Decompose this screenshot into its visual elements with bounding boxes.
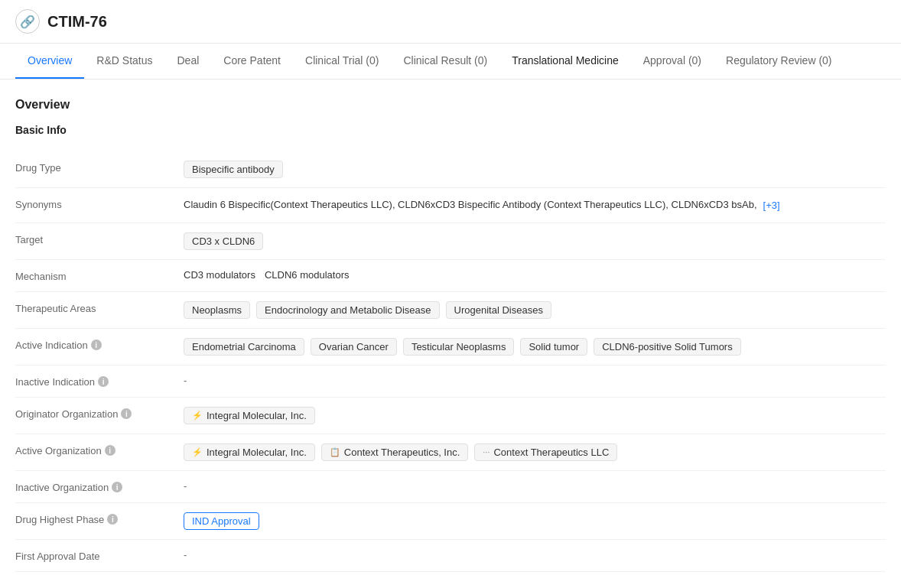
page-title: CTIM-76	[47, 13, 107, 31]
org-tag-context-llc: ··· Context Therapeutics LLC	[474, 443, 617, 461]
row-inactive-org: Inactive Organization i -	[15, 471, 886, 503]
value-mechanism: CD3 modulators CLDN6 modulators	[184, 269, 886, 281]
value-active-org: ⚡ Integral Molecular, Inc. 📋 Context The…	[184, 443, 886, 461]
tab-clinical-trial[interactable]: Clinical Trial (0)	[293, 44, 391, 79]
tab-approval[interactable]: Approval (0)	[631, 44, 714, 79]
tab-overview[interactable]: Overview	[15, 44, 84, 79]
org-icon-context-llc: ···	[483, 447, 490, 456]
tab-rd-status[interactable]: R&D Status	[84, 44, 164, 79]
tab-regulatory-review[interactable]: Regulatory Review (0)	[714, 44, 844, 79]
synonyms-text: Claudin 6 Bispecific(Context Therapeutic…	[184, 197, 757, 213]
value-first-approval-date: -	[184, 549, 886, 560]
value-inactive-org: -	[184, 480, 886, 492]
label-active-org: Active Organization i	[15, 443, 184, 456]
label-inactive-org: Inactive Organization i	[15, 480, 184, 493]
basic-info-title: Basic Info	[15, 124, 886, 136]
org-tag-context-inc: 📋 Context Therapeutics, Inc.	[321, 443, 469, 461]
info-icon-originator-org[interactable]: i	[121, 408, 132, 419]
main-content: Overview Basic Info Drug Type Bispecific…	[0, 80, 901, 588]
tag-solid-tumor: Solid tumor	[520, 338, 587, 356]
tag-endometrial-carcinoma: Endometrial Carcinoma	[184, 338, 304, 356]
page-header: 🔗 CTIM-76	[0, 0, 901, 44]
label-originator-org: Originator Organization i	[15, 407, 184, 420]
tag-cldn6-positive: CLDN6-positive Solid Tumors	[594, 338, 741, 356]
tag-neoplasms: Neoplasms	[184, 301, 250, 319]
org-icon-integral: ⚡	[192, 411, 203, 421]
value-originator-org: ⚡ Integral Molecular, Inc.	[184, 407, 886, 424]
value-therapeutic-areas: Neoplasms Endocrinology and Metabolic Di…	[184, 301, 886, 319]
tab-core-patent[interactable]: Core Patent	[211, 44, 293, 79]
org-name-context-inc: Context Therapeutics, Inc.	[344, 447, 460, 458]
value-active-indication: Endometrial Carcinoma Ovarian Cancer Tes…	[184, 338, 886, 356]
value-target: CD3 x CLDN6	[184, 232, 886, 250]
info-icon-active-indication[interactable]: i	[91, 339, 102, 350]
tag-endocrinology: Endocrinology and Metabolic Disease	[256, 301, 440, 319]
tag-ovarian-cancer: Ovarian Cancer	[311, 338, 397, 356]
label-mechanism: Mechanism	[15, 269, 184, 282]
org-tag-integral-molecular: ⚡ Integral Molecular, Inc.	[184, 407, 315, 424]
value-drug-highest-phase: IND Approval	[184, 512, 886, 530]
mechanism-item-1: CD3 modulators	[184, 269, 255, 281]
label-drug-type: Drug Type	[15, 161, 184, 174]
tab-clinical-result[interactable]: Clinical Result (0)	[391, 44, 499, 79]
label-inactive-indication: Inactive Indication i	[15, 375, 184, 388]
info-icon-active-org[interactable]: i	[105, 445, 115, 456]
tab-bar: Overview R&D Status Deal Core Patent Cli…	[0, 44, 901, 80]
tag-testicular-neoplasms: Testicular Neoplasms	[403, 338, 515, 356]
info-icon-inactive-org[interactable]: i	[112, 482, 122, 492]
row-therapeutic-areas: Therapeutic Areas Neoplasms Endocrinolog…	[15, 292, 886, 329]
row-target: Target CD3 x CLDN6	[15, 223, 886, 260]
org-name-context-llc: Context Therapeutics LLC	[493, 447, 609, 458]
tag-drug-type: Bispecific antibody	[184, 161, 283, 178]
row-drug-highest-phase: Drug Highest Phase i IND Approval	[15, 503, 886, 540]
row-active-org: Active Organization i ⚡ Integral Molecul…	[15, 434, 886, 471]
row-active-indication: Active Indication i Endometrial Carcinom…	[15, 329, 886, 365]
label-target: Target	[15, 232, 184, 245]
row-first-approval-date: First Approval Date -	[15, 540, 886, 572]
org-icon-integral-2: ⚡	[192, 447, 203, 457]
tab-translational-medicine[interactable]: Translational Medicine	[499, 44, 631, 79]
row-mechanism: Mechanism CD3 modulators CLDN6 modulator…	[15, 260, 886, 292]
label-therapeutic-areas: Therapeutic Areas	[15, 301, 184, 314]
header-icon: 🔗	[15, 9, 40, 34]
inactive-org-value: -	[184, 480, 187, 492]
org-tag-integral-molecular-2: ⚡ Integral Molecular, Inc.	[184, 443, 315, 461]
info-icon-drug-highest-phase[interactable]: i	[107, 514, 118, 525]
tab-deal[interactable]: Deal	[165, 44, 212, 79]
first-approval-date-value: -	[184, 549, 187, 560]
inactive-indication-value: -	[184, 375, 187, 386]
row-drug-type: Drug Type Bispecific antibody	[15, 151, 886, 188]
synonyms-more-link[interactable]: [+3]	[763, 200, 780, 211]
org-name-integral-2: Integral Molecular, Inc.	[207, 447, 307, 458]
row-synonyms: Synonyms Claudin 6 Bispecific(Context Th…	[15, 188, 886, 223]
value-inactive-indication: -	[184, 375, 886, 386]
row-inactive-indication: Inactive Indication i -	[15, 365, 886, 398]
value-drug-type: Bispecific antibody	[184, 161, 886, 178]
org-icon-context-inc: 📋	[330, 447, 340, 457]
label-drug-highest-phase: Drug Highest Phase i	[15, 512, 184, 525]
row-originator-org: Originator Organization i ⚡ Integral Mol…	[15, 398, 886, 434]
label-first-approval-date: First Approval Date	[15, 549, 184, 562]
label-active-indication: Active Indication i	[15, 338, 184, 351]
org-name-integral: Integral Molecular, Inc.	[207, 410, 307, 421]
tag-target: CD3 x CLDN6	[184, 232, 263, 250]
value-synonyms: Claudin 6 Bispecific(Context Therapeutic…	[184, 197, 886, 213]
tag-ind-approval: IND Approval	[184, 512, 259, 530]
mechanism-item-2: CLDN6 modulators	[265, 269, 350, 281]
info-icon-inactive-indication[interactable]: i	[98, 376, 109, 387]
label-synonyms: Synonyms	[15, 197, 184, 210]
section-overview-title: Overview	[15, 98, 886, 112]
tag-urogenital: Urogenital Diseases	[446, 301, 551, 319]
